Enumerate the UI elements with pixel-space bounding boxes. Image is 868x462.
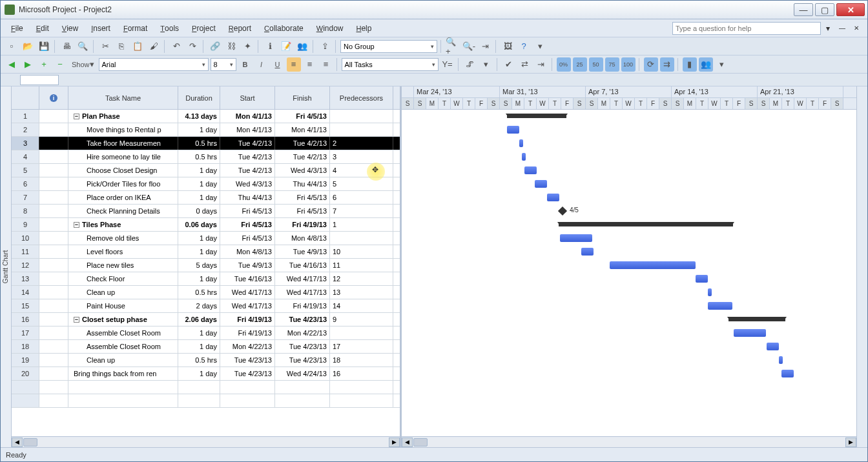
- autofilter-icon[interactable]: Y=: [440, 57, 455, 72]
- menu-insert[interactable]: Insert: [85, 21, 117, 35]
- day-header[interactable]: W: [451, 98, 463, 109]
- predecessors-cell[interactable]: 11: [330, 259, 393, 272]
- gantt-row[interactable]: [402, 259, 856, 272]
- task-bar[interactable]: [696, 275, 708, 283]
- pct-25-icon[interactable]: 25: [573, 57, 587, 72]
- start-cell[interactable]: Tue 4/16/13: [220, 272, 275, 285]
- finish-cell[interactable]: Mon 4/1/13: [275, 123, 330, 136]
- toolbar-options3-icon[interactable]: ▾: [715, 57, 729, 72]
- maximize-button[interactable]: ▢: [815, 3, 834, 16]
- print-preview-icon[interactable]: 🔍: [76, 39, 90, 54]
- predecessors-cell[interactable]: 6: [330, 191, 393, 204]
- day-header[interactable]: M: [512, 98, 524, 109]
- task-name-cell[interactable]: Choose Closet Design: [68, 164, 178, 177]
- menu-collaborate[interactable]: Collaborate: [258, 21, 310, 35]
- predecessors-cell[interactable]: 2: [330, 137, 393, 150]
- start-cell[interactable]: Fri 4/19/13: [220, 326, 275, 339]
- table-row[interactable]: 3Take floor Measuremen0.5 hrsTue 4/2/13T…: [12, 137, 400, 150]
- indicator-cell[interactable]: [39, 272, 68, 285]
- goto-task-icon[interactable]: ⇥: [478, 39, 492, 54]
- day-header[interactable]: S: [488, 98, 500, 109]
- finish-cell[interactable]: Fri 4/19/13: [275, 218, 330, 231]
- task-bar[interactable]: [779, 356, 783, 364]
- task-bar[interactable]: [581, 248, 594, 256]
- task-name-cell[interactable]: Remove old tiles: [68, 232, 178, 245]
- minimize-button[interactable]: —: [794, 3, 813, 16]
- menu-window[interactable]: Window: [310, 21, 350, 35]
- start-cell[interactable]: Thu 4/4/13: [220, 191, 275, 204]
- new-icon[interactable]: ▫: [5, 39, 19, 54]
- predecessors-cell[interactable]: 3: [330, 150, 393, 163]
- task-bar[interactable]: [535, 180, 547, 188]
- duration-cell[interactable]: 4.13 days: [178, 110, 220, 123]
- menu-file[interactable]: File: [5, 21, 30, 35]
- predecessors-cell[interactable]: 1: [330, 218, 393, 231]
- gantt-row[interactable]: [402, 299, 856, 313]
- duration-cell[interactable]: 1 day: [178, 232, 220, 245]
- help-dropdown-icon[interactable]: ▾: [821, 21, 835, 35]
- start-cell[interactable]: Tue 4/2/13: [220, 137, 275, 150]
- row-number[interactable]: 15: [12, 299, 39, 312]
- start-cell[interactable]: Fri 4/5/13: [220, 218, 275, 231]
- week-header[interactable]: Apr 14, '13: [672, 86, 758, 97]
- indicator-cell[interactable]: [39, 245, 68, 258]
- task-name-cell[interactable]: Move things to Rental p: [68, 123, 178, 136]
- finish-cell[interactable]: Fri 4/19/13: [275, 299, 330, 312]
- day-header[interactable]: T: [610, 98, 623, 109]
- finish-cell[interactable]: Tue 4/2/13: [275, 137, 330, 150]
- row-number[interactable]: 20: [12, 367, 39, 380]
- task-name-cell[interactable]: −Tiles Phase: [68, 218, 178, 231]
- filter-combo[interactable]: All Tasks▾: [342, 58, 439, 71]
- task-name-cell[interactable]: Paint House: [68, 299, 178, 312]
- indicator-cell[interactable]: [39, 191, 68, 204]
- table-row[interactable]: 13Check Floor1 dayTue 4/16/13Wed 4/17/13…: [12, 272, 400, 286]
- task-name-cell[interactable]: Assemble Closet Room: [68, 326, 178, 339]
- finish-cell[interactable]: Fri 4/5/13: [275, 191, 330, 204]
- split-task-icon[interactable]: ✦: [240, 39, 254, 54]
- predecessors-cell[interactable]: 18: [330, 354, 393, 367]
- table-row[interactable]: 7Place order on IKEA1 dayThu 4/4/13Fri 4…: [12, 191, 400, 205]
- collapse-icon[interactable]: −: [74, 114, 79, 119]
- gantt-row[interactable]: [402, 137, 856, 150]
- day-header[interactable]: W: [623, 98, 635, 109]
- day-header[interactable]: M: [684, 98, 696, 109]
- day-header[interactable]: S: [659, 98, 672, 109]
- day-header[interactable]: T: [696, 98, 708, 109]
- day-header[interactable]: S: [745, 98, 758, 109]
- day-header[interactable]: S: [414, 98, 426, 109]
- task-name-cell[interactable]: Assemble Closet Room: [68, 340, 178, 353]
- undo-icon[interactable]: ↶: [169, 39, 183, 54]
- indicator-cell[interactable]: [39, 367, 68, 380]
- week-header[interactable]: Apr 21, '13: [758, 86, 843, 97]
- gantt-row[interactable]: [402, 191, 856, 205]
- collapse-icon[interactable]: −: [74, 222, 79, 228]
- predecessors-cell[interactable]: [330, 326, 393, 339]
- row-number[interactable]: 10: [12, 232, 39, 245]
- indicator-cell[interactable]: [39, 354, 68, 367]
- gantt-scroll-right-icon[interactable]: ▶: [845, 437, 856, 447]
- row-number[interactable]: 11: [12, 245, 39, 258]
- toolbar-options-icon[interactable]: ▾: [533, 39, 547, 54]
- finish-cell[interactable]: Tue 4/23/13: [275, 313, 330, 326]
- table-row[interactable]: 5Choose Closet Design1 dayTue 4/2/13Wed …: [12, 164, 400, 177]
- finish-cell[interactable]: Fri 4/5/13: [275, 205, 330, 217]
- indicator-cell[interactable]: [39, 177, 68, 190]
- task-bar[interactable]: [507, 126, 519, 134]
- duration-cell[interactable]: 1 day: [178, 123, 220, 136]
- menu-edit[interactable]: Edit: [30, 21, 56, 35]
- start-cell[interactable]: Mon 4/1/13: [220, 110, 275, 123]
- finish-cell[interactable]: Tue 4/2/13: [275, 150, 330, 163]
- row-number[interactable]: 9: [12, 218, 39, 231]
- doc-minimize-button[interactable]: —: [835, 21, 849, 35]
- indicator-cell[interactable]: [39, 326, 68, 339]
- menu-report[interactable]: Report: [222, 21, 258, 35]
- day-header[interactable]: W: [537, 98, 549, 109]
- duration-cell[interactable]: 0.06 days: [178, 218, 220, 231]
- gantt-row[interactable]: [402, 367, 856, 381]
- indicator-cell[interactable]: [39, 340, 68, 353]
- table-row[interactable]: [12, 381, 400, 394]
- row-number[interactable]: 16: [12, 313, 39, 326]
- show-subtasks-icon[interactable]: +: [37, 57, 51, 72]
- row-number[interactable]: 13: [12, 272, 39, 285]
- predecessors-cell[interactable]: [330, 123, 393, 136]
